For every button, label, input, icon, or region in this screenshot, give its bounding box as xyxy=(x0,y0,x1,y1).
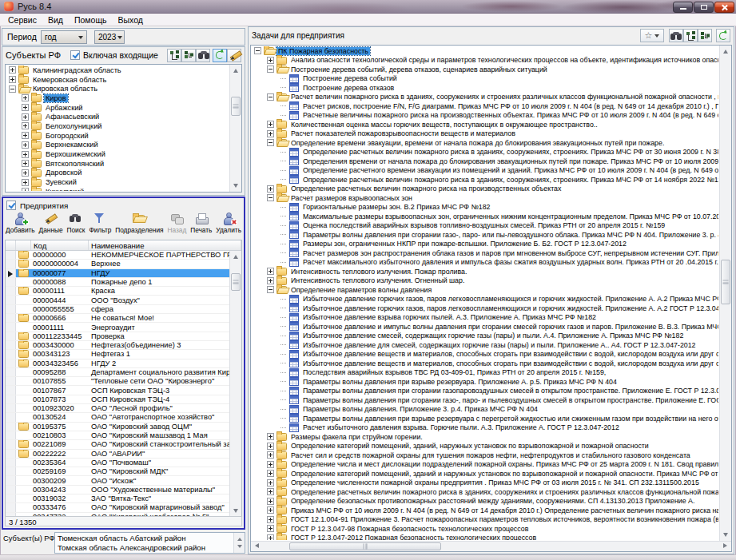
table-row[interactable]: 00259169ОАО "Кировский МДК" xyxy=(6,467,229,476)
tree-item[interactable]: Зуевский xyxy=(6,177,229,187)
tree-item[interactable]: Определение расчетных величин пожарного … xyxy=(252,185,718,194)
expander-icon[interactable] xyxy=(267,66,274,73)
tree-item[interactable]: Избыточное давление взрыва горючих пылей… xyxy=(252,313,718,323)
tree-item[interactable]: Построение дерева событий, дерева отказо… xyxy=(252,65,718,74)
tree-item[interactable]: Анализ опасности технологической среды и… xyxy=(252,56,718,66)
tree-item[interactable]: Избыточное давление горючих газов, паров… xyxy=(252,295,718,304)
expander-icon[interactable] xyxy=(267,470,274,477)
filter-button[interactable]: Фильтр xyxy=(88,212,112,238)
scroll-up-icon[interactable] xyxy=(720,46,732,58)
scrollbar-thumb[interactable] xyxy=(721,260,730,304)
refresh-button[interactable] xyxy=(716,29,730,42)
expander-icon[interactable] xyxy=(267,479,274,487)
tree-item[interactable]: Размеры зон, ограниченных НКПР при пожар… xyxy=(252,240,718,249)
expander-icon[interactable] xyxy=(22,179,29,186)
tree-item[interactable]: Количественная оценка массы горючих веще… xyxy=(252,120,718,129)
expander-icon[interactable] xyxy=(267,488,274,495)
expander-icon[interactable] xyxy=(254,47,261,54)
tree-item[interactable]: Кикнурский xyxy=(6,187,229,191)
maximize-button[interactable] xyxy=(694,2,714,13)
expander-icon[interactable] xyxy=(267,506,274,514)
menu-item-Помощь[interactable]: Помощь xyxy=(69,14,113,26)
tasks-tree-hscrollbar[interactable] xyxy=(251,541,731,551)
tree-item[interactable]: Кировская область xyxy=(6,84,229,93)
tree-item[interactable]: Расчет рисков, построение F/N, F/G диагр… xyxy=(252,101,718,111)
tree-item[interactable]: Расчет размеров взрывоопасных зон xyxy=(252,193,718,203)
tree-item[interactable]: Киров xyxy=(6,93,229,103)
tree-item[interactable]: Определение расчетных величин пожарного … xyxy=(252,487,718,497)
tree-item[interactable]: Расчетные величины пожарного риска на пр… xyxy=(252,111,718,121)
expander-icon[interactable] xyxy=(267,443,274,450)
table-row[interactable]: 00300209ОАО "Искож" xyxy=(6,476,229,485)
expander-icon[interactable] xyxy=(267,268,274,275)
tree-item[interactable]: Приказ МЧС РФ от 10 июля 2009 г. N 404 (… xyxy=(252,506,718,515)
tree-item[interactable]: Горизонтальные размеры зон. В.2 Приказ М… xyxy=(252,203,718,212)
scroll-left-icon[interactable] xyxy=(251,541,263,552)
tasks-tree-vscrollbar[interactable] xyxy=(719,46,731,541)
expander-icon[interactable] xyxy=(22,122,29,129)
table-row[interactable]: 00333476ОАО "Кировский маргариновый заво… xyxy=(6,503,229,512)
scroll-up-icon[interactable] xyxy=(230,65,242,77)
expander-icon[interactable] xyxy=(267,277,274,284)
tree-item[interactable]: Избыточное давление для смесей, содержащ… xyxy=(252,340,718,350)
tree-item[interactable]: Расчет показателей пожаровзрывоопасности… xyxy=(252,129,718,139)
tree-item[interactable]: Параметры волны давления при взрыве резе… xyxy=(252,414,718,423)
tree-item[interactable]: Избыточное давление смесей, содержащих г… xyxy=(252,332,718,341)
tree-item[interactable]: Параметры волны давления при сгорании га… xyxy=(252,387,718,396)
list-scroll-arrows[interactable] xyxy=(233,533,245,553)
tree-item[interactable]: Построение дерева отказов xyxy=(252,83,718,93)
search-button[interactable] xyxy=(196,49,210,62)
expander-icon[interactable] xyxy=(22,160,29,167)
tree-item[interactable]: Определение категорий помещений, зданий,… xyxy=(252,442,718,451)
expander-icon[interactable] xyxy=(267,525,274,532)
tree-item[interactable]: Расчет размеров зон распространения обла… xyxy=(252,248,718,258)
tree-item[interactable]: Афанасьевский xyxy=(6,112,229,121)
table-row[interactable]: 000343123Нефтегаз 1 xyxy=(6,350,229,359)
tree-item[interactable]: Кемеровская область xyxy=(6,75,229,85)
minimize-button[interactable] xyxy=(673,2,693,13)
collapse-tree-button[interactable] xyxy=(181,49,196,62)
table-row[interactable]: 0003430000Нефтегаз(объединение) 3 xyxy=(6,341,229,350)
favorites-button[interactable]: ☆ xyxy=(640,29,664,42)
expander-icon[interactable] xyxy=(267,93,274,101)
tree-item[interactable]: Избыточное давление и импульс волны давл… xyxy=(252,322,718,332)
tree-item[interactable]: Параметры волны давления при сгорании га… xyxy=(252,230,718,240)
period-type-select[interactable]: год xyxy=(41,30,87,44)
table-row[interactable]: 00000444ООО "Воздух" xyxy=(6,296,229,304)
table-row[interactable]: 00130524ОАО "Автотранспортное хозяйство" xyxy=(6,413,229,422)
expander-icon[interactable] xyxy=(267,57,274,64)
list-item[interactable]: Томская область Александровский район xyxy=(55,542,245,552)
table-row[interactable]: 0000055555сфера xyxy=(6,305,229,314)
tree-item[interactable]: Параметры волны давления при сгорании га… xyxy=(252,395,718,405)
scrollbar-thumb[interactable] xyxy=(289,542,441,550)
expander-icon[interactable] xyxy=(267,130,274,137)
refresh-button[interactable] xyxy=(213,49,227,62)
expander-icon[interactable] xyxy=(22,151,29,158)
tree-item[interactable]: Определение расчетного времени эвакуации… xyxy=(252,166,718,176)
table-row[interactable]: 00034323456НГДУ 2 xyxy=(6,359,229,368)
tree-item[interactable]: Расчет величин пожарного риска в зданиях… xyxy=(252,93,718,102)
table-row[interactable]: 00107855"Тепловые сети ОАО "Кировэнерго" xyxy=(6,377,229,386)
expander-icon[interactable] xyxy=(267,139,274,146)
close-button[interactable] xyxy=(714,2,734,13)
tree-item[interactable]: Расчет сил и средств пожарной охраны для… xyxy=(252,451,718,460)
table-row[interactable]: 00000088Пожарные депо 1 xyxy=(6,278,229,287)
menu-item-Вид[interactable]: Вид xyxy=(42,14,69,26)
table-row[interactable]: 00222222ОАО "АВАРИИ" xyxy=(6,450,229,459)
tree-item[interactable]: Определение численности пожарной охраны … xyxy=(252,479,718,488)
table-row[interactable]: 0010923020ОАО "Лесной профиль" xyxy=(6,404,229,413)
tree-item[interactable]: Богородский xyxy=(6,131,229,141)
scrollbar-thumb[interactable] xyxy=(231,97,241,116)
tree-item[interactable]: ГОСТ Р 12.3.047-2012 Пожарная безопаснос… xyxy=(252,534,718,541)
tree-item[interactable]: Определение расчетных величин пожарного … xyxy=(252,148,718,157)
expander-icon[interactable] xyxy=(22,113,29,121)
tree-item[interactable]: Максимальные размеры взрывоопасных зон, … xyxy=(252,212,718,221)
subdivisions-folder-button[interactable]: Подразделения xyxy=(114,212,164,238)
table-row[interactable]: 00000111Краска xyxy=(6,287,229,296)
tree-item[interactable]: Определение расчетных величин пожарного … xyxy=(252,175,718,185)
scrollbar-thumb[interactable] xyxy=(231,273,241,291)
tree-item[interactable]: Арбажский xyxy=(6,103,229,113)
tree-item[interactable]: Расчет избыточного давления взрыва. Горю… xyxy=(252,423,718,433)
table-row[interactable]: 000112233445Проверка xyxy=(6,332,229,341)
tree-item[interactable]: Расчет максимального избыточного давлени… xyxy=(252,258,718,268)
